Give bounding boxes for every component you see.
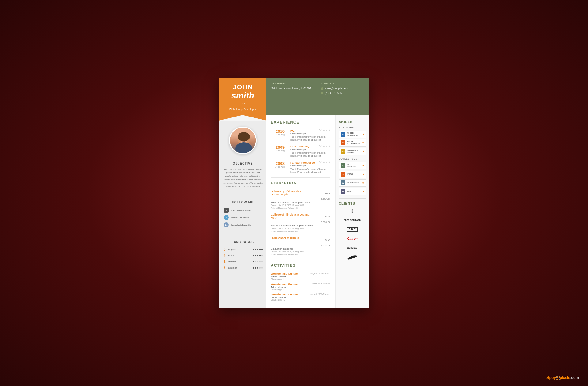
act-header-0: Womderland Culture August 2009-Present: [271, 272, 330, 275]
exp-content-2: Fantast Interactive Glénview, IL Lead De…: [288, 161, 330, 174]
dot2: [255, 255, 256, 256]
ms-label: MICROSOFTOFFICE: [347, 149, 360, 154]
act-name-1: Womderland Culture: [271, 283, 298, 286]
dot5: [261, 255, 263, 256]
lang-english-dots: [253, 249, 263, 250]
email-value: alanj@sample.com: [325, 86, 348, 91]
act-role-2: Active Member: [271, 296, 330, 299]
act-name-0: Womderland Culture: [271, 272, 298, 275]
wd-star: ★: [362, 164, 364, 167]
follow-title: FOLLOW ME: [219, 201, 266, 204]
act-role-0: Active Member: [271, 275, 330, 278]
social-facebook[interactable]: f facebook/johnsmith: [219, 206, 266, 214]
edu-item-0: University of Illinoisia at Urbana-Myth …: [271, 190, 330, 210]
skill-illustrator: AI ADOBEILLUSTRATOR ★: [339, 139, 366, 147]
social-twitter[interactable]: t twitter/johnsmith: [219, 214, 266, 221]
exp-content-1: Fast Company Glénview, IL Lead Developer…: [288, 145, 330, 158]
right-column: SKILLS SOFTWARE PS ADOBEPHOTOSHOP ★ AI A…: [335, 115, 369, 308]
client-fastcompany: FAST COMPANY: [339, 217, 366, 224]
objective-title: OBJECTIVE: [219, 162, 266, 165]
exp-location-1: Glénview, IL: [319, 145, 330, 147]
edu-gpa-label-0: GPA:: [325, 192, 330, 195]
seo-star: ★: [362, 190, 364, 193]
skills-title: SKILLS: [339, 120, 366, 124]
dot3: [257, 255, 258, 256]
edu-details-2: Dean's List: Fall 2009, Spring 2010Gates…: [271, 250, 330, 257]
exp-item-0: 2010 June-Aug RGA Glénview, IL Lead Deve…: [271, 129, 330, 142]
ai-star: ★: [362, 141, 364, 144]
experience-title: EXPERIENCE: [271, 120, 330, 126]
skills-clients-divider: [339, 198, 366, 199]
dot1: [253, 267, 254, 269]
lang-persian-score: 1: [223, 259, 226, 264]
lang-spanish-dots: [253, 267, 263, 269]
exp-role-1: Lead Developer: [290, 148, 330, 151]
exp-item-2: 2008 June-Aug Fantast Interactive Glénvi…: [271, 161, 330, 174]
edu-institution-0: University of Illinoisia at Urbana-Myth: [271, 190, 314, 196]
avatar: [229, 127, 257, 154]
social-linkedin[interactable]: in linkedin/johnsmith: [219, 221, 266, 228]
edu-gpa-label-2: GPA:: [325, 239, 330, 241]
exp-period-1: June-Aug: [271, 150, 285, 152]
watermark: zippy pixels.com: [546, 376, 579, 380]
skill-seo: Q SEO ★: [339, 188, 366, 195]
avatar-section: [219, 121, 266, 159]
resume-header: JOHN smith · · · Web & App Developer Add…: [219, 78, 369, 115]
client-nike: [339, 254, 366, 260]
dot4: [259, 249, 261, 250]
exp-year-1: 2009 June-Aug: [271, 145, 285, 158]
development-title: DEVELOPMENT: [339, 158, 366, 160]
act-item-0: Womderland Culture August 2009-Present A…: [271, 272, 330, 280]
apple-logo: : [352, 208, 353, 214]
act-location-2: Champaign, IL: [271, 299, 330, 301]
act-date-2: August 2009-Present: [310, 293, 330, 296]
ai-icon: AI: [341, 140, 345, 145]
exp-year-text-2: 2008: [271, 161, 285, 166]
linkedin-label: linkedin/johnsmith: [231, 224, 251, 226]
edu-gpa-label-1: GPA:: [325, 215, 330, 218]
dot4: [259, 261, 261, 262]
edu-degree-0: Masters of Science in Computer Science: [271, 201, 330, 204]
edu-header-2: HighSchool of Illinois GPA: 3.67/4.00: [271, 236, 330, 247]
skill-msoffice: MS MICROSOFTOFFICE ★: [339, 148, 366, 155]
exp-company-1: Fast Company: [290, 145, 309, 148]
adidas-logo: adidas: [347, 246, 358, 249]
ps-star: ★: [362, 133, 364, 135]
html5-star: ★: [362, 173, 364, 176]
first-name: JOHN: [233, 83, 253, 91]
exp-header-2: Fantast Interactive Glénview, IL: [290, 161, 330, 164]
exp-location-0: Glénview, IL: [319, 129, 330, 131]
svg-point-5: [238, 132, 250, 141]
divider-follow: [223, 233, 263, 233]
lang-arabic-score: 4: [223, 253, 226, 258]
lang-english-score: 5: [223, 247, 226, 251]
skill-webdesign: ⊡ WEBDESIGNING ★: [339, 162, 366, 169]
seo-icon: Q: [341, 189, 345, 194]
twitter-label: twitter/johnsmith: [231, 216, 249, 219]
exp-desc-2: This is Photoshop's version of Lorem Ips…: [290, 168, 330, 174]
linkedin-icon: in: [224, 222, 229, 227]
avatar-image: [230, 128, 256, 153]
lang-english: 5 English: [219, 246, 266, 252]
ps-icon: PS: [341, 132, 345, 137]
skill-html5: 5 HTML5 ★: [339, 171, 366, 178]
education-title: EDUCATION: [271, 181, 330, 187]
contact-label: Contact:: [321, 82, 364, 85]
lang-arabic: 4 Arabic: [219, 252, 266, 258]
lang-persian-name: Persian: [228, 260, 251, 263]
exp-location-2: Glénview, IL: [319, 161, 330, 163]
ms-icon: MS: [341, 149, 345, 154]
wp-label: WORDPRESS: [347, 182, 360, 184]
edu-gpa-0: 3.67/4.00: [321, 198, 330, 200]
email-item: alanj@sample.com: [321, 86, 364, 91]
dot1: [253, 255, 254, 256]
exp-desc-0: This is Photoshop's version of Lorem Ips…: [290, 135, 330, 142]
dot4: [259, 267, 261, 269]
ms-star: ★: [362, 150, 364, 153]
address-label: Address:: [271, 82, 315, 85]
twitter-icon: t: [224, 215, 229, 220]
act-role-1: Active Member: [271, 286, 330, 288]
client-bbc: BBC: [339, 226, 366, 233]
facebook-icon: f: [224, 208, 229, 213]
resume-document: JOHN smith · · · Web & App Developer Add…: [219, 78, 369, 308]
